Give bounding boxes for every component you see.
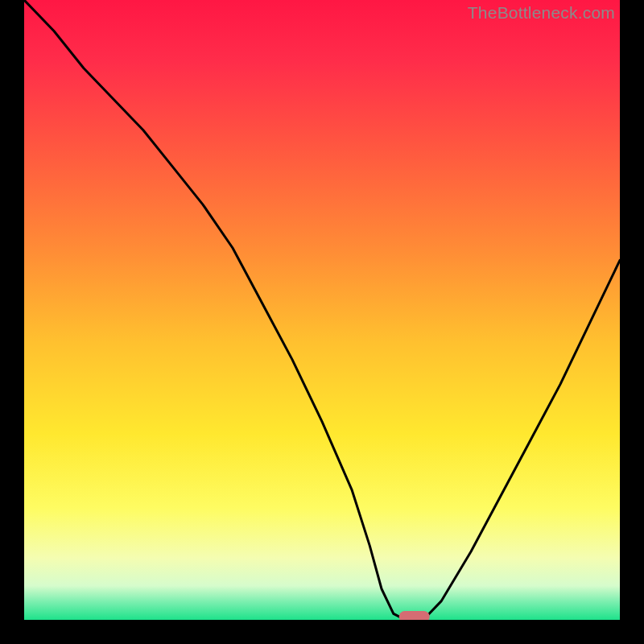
watermark-text: TheBottleneck.com bbox=[468, 3, 615, 23]
bottleneck-chart bbox=[24, 0, 620, 620]
optimal-marker bbox=[399, 611, 430, 620]
chart-frame bbox=[0, 0, 644, 644]
gradient-background bbox=[24, 0, 620, 620]
